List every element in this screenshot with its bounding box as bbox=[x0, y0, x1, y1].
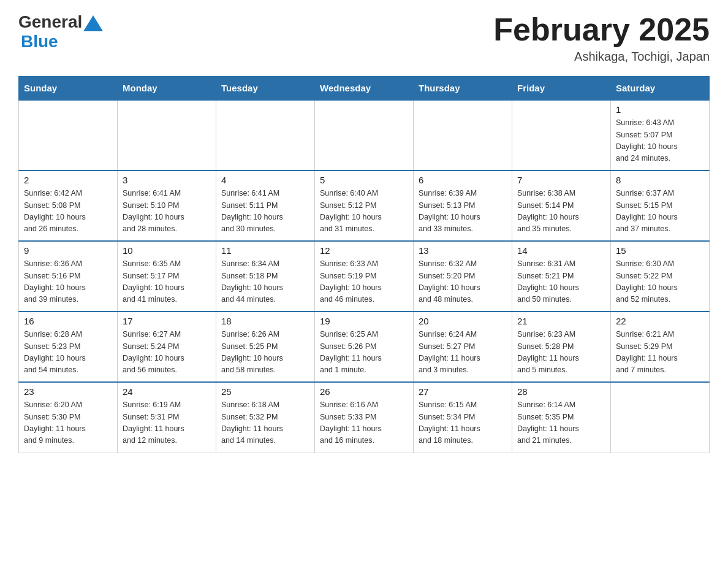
day-number: 15 bbox=[616, 245, 704, 256]
day-number: 17 bbox=[123, 316, 211, 326]
day-info: Sunrise: 6:14 AMSunset: 5:35 PMDaylight:… bbox=[517, 399, 605, 447]
calendar-cell bbox=[118, 100, 216, 170]
calendar-cell: 26Sunrise: 6:16 AMSunset: 5:33 PMDayligh… bbox=[315, 382, 414, 453]
calendar-week-row: 1Sunrise: 6:43 AMSunset: 5:07 PMDaylight… bbox=[19, 100, 710, 170]
calendar-cell: 24Sunrise: 6:19 AMSunset: 5:31 PMDayligh… bbox=[118, 382, 216, 453]
calendar-cell: 17Sunrise: 6:27 AMSunset: 5:24 PMDayligh… bbox=[118, 312, 216, 382]
weekday-header-monday: Monday bbox=[118, 77, 216, 101]
day-info: Sunrise: 6:15 AMSunset: 5:34 PMDaylight:… bbox=[419, 399, 507, 447]
day-info: Sunrise: 6:27 AMSunset: 5:24 PMDaylight:… bbox=[123, 329, 211, 377]
day-info: Sunrise: 6:24 AMSunset: 5:27 PMDaylight:… bbox=[419, 329, 507, 377]
day-number: 25 bbox=[221, 386, 309, 397]
day-info: Sunrise: 6:35 AMSunset: 5:17 PMDaylight:… bbox=[123, 258, 211, 306]
calendar-cell bbox=[414, 100, 512, 170]
weekday-header-thursday: Thursday bbox=[414, 77, 512, 101]
calendar-cell: 25Sunrise: 6:18 AMSunset: 5:32 PMDayligh… bbox=[216, 382, 315, 453]
day-info: Sunrise: 6:33 AMSunset: 5:19 PMDaylight:… bbox=[320, 258, 408, 306]
day-number: 6 bbox=[419, 175, 507, 185]
day-number: 18 bbox=[221, 316, 309, 326]
logo-blue-text: Blue bbox=[21, 32, 58, 52]
day-info: Sunrise: 6:23 AMSunset: 5:28 PMDaylight:… bbox=[517, 329, 605, 377]
calendar-cell: 22Sunrise: 6:21 AMSunset: 5:29 PMDayligh… bbox=[611, 312, 710, 382]
day-info: Sunrise: 6:34 AMSunset: 5:18 PMDaylight:… bbox=[221, 258, 309, 306]
day-info: Sunrise: 6:16 AMSunset: 5:33 PMDaylight:… bbox=[320, 399, 408, 447]
day-info: Sunrise: 6:28 AMSunset: 5:23 PMDaylight:… bbox=[24, 329, 112, 377]
day-info: Sunrise: 6:19 AMSunset: 5:31 PMDaylight:… bbox=[123, 399, 211, 447]
day-number: 21 bbox=[517, 316, 605, 326]
day-number: 24 bbox=[123, 386, 211, 397]
day-info: Sunrise: 6:26 AMSunset: 5:25 PMDaylight:… bbox=[221, 329, 309, 377]
day-number: 26 bbox=[320, 386, 408, 397]
day-info: Sunrise: 6:30 AMSunset: 5:22 PMDaylight:… bbox=[616, 258, 704, 306]
day-number: 2 bbox=[24, 175, 112, 185]
logo-general-text: General bbox=[18, 12, 82, 32]
calendar-cell: 13Sunrise: 6:32 AMSunset: 5:20 PMDayligh… bbox=[414, 241, 512, 312]
day-info: Sunrise: 6:18 AMSunset: 5:32 PMDaylight:… bbox=[221, 399, 309, 447]
weekday-header-sunday: Sunday bbox=[19, 77, 118, 101]
day-number: 19 bbox=[320, 316, 408, 326]
day-info: Sunrise: 6:41 AMSunset: 5:10 PMDaylight:… bbox=[123, 188, 211, 236]
month-year-title: February 2025 bbox=[493, 12, 710, 47]
day-number: 23 bbox=[24, 386, 112, 397]
calendar-cell: 19Sunrise: 6:25 AMSunset: 5:26 PMDayligh… bbox=[315, 312, 414, 382]
day-number: 3 bbox=[123, 175, 211, 185]
logo-triangle-icon bbox=[83, 15, 103, 31]
calendar-cell: 12Sunrise: 6:33 AMSunset: 5:19 PMDayligh… bbox=[315, 241, 414, 312]
calendar-cell: 5Sunrise: 6:40 AMSunset: 5:12 PMDaylight… bbox=[315, 170, 414, 241]
day-number: 20 bbox=[419, 316, 507, 326]
day-number: 11 bbox=[221, 245, 309, 256]
day-number: 13 bbox=[419, 245, 507, 256]
day-number: 28 bbox=[517, 386, 605, 397]
calendar-week-row: 2Sunrise: 6:42 AMSunset: 5:08 PMDaylight… bbox=[19, 170, 710, 241]
weekday-header-tuesday: Tuesday bbox=[216, 77, 315, 101]
calendar-body: 1Sunrise: 6:43 AMSunset: 5:07 PMDaylight… bbox=[19, 100, 710, 453]
day-number: 12 bbox=[320, 245, 408, 256]
day-info: Sunrise: 6:37 AMSunset: 5:15 PMDaylight:… bbox=[616, 188, 704, 236]
weekday-header-row: SundayMondayTuesdayWednesdayThursdayFrid… bbox=[19, 77, 710, 101]
calendar-cell: 14Sunrise: 6:31 AMSunset: 5:21 PMDayligh… bbox=[512, 241, 611, 312]
day-info: Sunrise: 6:38 AMSunset: 5:14 PMDaylight:… bbox=[517, 188, 605, 236]
weekday-header-friday: Friday bbox=[512, 77, 611, 101]
day-info: Sunrise: 6:25 AMSunset: 5:26 PMDaylight:… bbox=[320, 329, 408, 377]
calendar-table: SundayMondayTuesdayWednesdayThursdayFrid… bbox=[18, 76, 710, 453]
day-info: Sunrise: 6:21 AMSunset: 5:29 PMDaylight:… bbox=[616, 329, 704, 377]
day-info: Sunrise: 6:31 AMSunset: 5:21 PMDaylight:… bbox=[517, 258, 605, 306]
day-number: 7 bbox=[517, 175, 605, 185]
calendar-week-row: 23Sunrise: 6:20 AMSunset: 5:30 PMDayligh… bbox=[19, 382, 710, 453]
day-number: 4 bbox=[221, 175, 309, 185]
logo: General Blue bbox=[18, 12, 104, 52]
day-number: 10 bbox=[123, 245, 211, 256]
day-info: Sunrise: 6:32 AMSunset: 5:20 PMDaylight:… bbox=[419, 258, 507, 306]
calendar-cell bbox=[216, 100, 315, 170]
calendar-cell: 20Sunrise: 6:24 AMSunset: 5:27 PMDayligh… bbox=[414, 312, 512, 382]
calendar-cell: 1Sunrise: 6:43 AMSunset: 5:07 PMDaylight… bbox=[611, 100, 710, 170]
day-number: 5 bbox=[320, 175, 408, 185]
calendar-cell: 11Sunrise: 6:34 AMSunset: 5:18 PMDayligh… bbox=[216, 241, 315, 312]
calendar-cell: 23Sunrise: 6:20 AMSunset: 5:30 PMDayligh… bbox=[19, 382, 118, 453]
calendar-cell bbox=[611, 382, 710, 453]
calendar-cell: 2Sunrise: 6:42 AMSunset: 5:08 PMDaylight… bbox=[19, 170, 118, 241]
page-header: General Blue February 2025 Ashikaga, Toc… bbox=[18, 12, 710, 64]
day-number: 16 bbox=[24, 316, 112, 326]
calendar-header: SundayMondayTuesdayWednesdayThursdayFrid… bbox=[19, 77, 710, 101]
day-number: 1 bbox=[616, 104, 704, 115]
weekday-header-wednesday: Wednesday bbox=[315, 77, 414, 101]
day-info: Sunrise: 6:43 AMSunset: 5:07 PMDaylight:… bbox=[616, 117, 704, 165]
day-info: Sunrise: 6:36 AMSunset: 5:16 PMDaylight:… bbox=[24, 258, 112, 306]
calendar-cell: 4Sunrise: 6:41 AMSunset: 5:11 PMDaylight… bbox=[216, 170, 315, 241]
calendar-week-row: 9Sunrise: 6:36 AMSunset: 5:16 PMDaylight… bbox=[19, 241, 710, 312]
calendar-cell: 27Sunrise: 6:15 AMSunset: 5:34 PMDayligh… bbox=[414, 382, 512, 453]
calendar-cell bbox=[19, 100, 118, 170]
calendar-week-row: 16Sunrise: 6:28 AMSunset: 5:23 PMDayligh… bbox=[19, 312, 710, 382]
day-number: 14 bbox=[517, 245, 605, 256]
calendar-cell bbox=[315, 100, 414, 170]
weekday-header-saturday: Saturday bbox=[611, 77, 710, 101]
day-number: 8 bbox=[616, 175, 704, 185]
day-info: Sunrise: 6:41 AMSunset: 5:11 PMDaylight:… bbox=[221, 188, 309, 236]
day-info: Sunrise: 6:20 AMSunset: 5:30 PMDaylight:… bbox=[24, 399, 112, 447]
location-subtitle: Ashikaga, Tochigi, Japan bbox=[493, 50, 710, 64]
day-number: 9 bbox=[24, 245, 112, 256]
logo-general-row: General bbox=[18, 12, 104, 32]
calendar-cell: 15Sunrise: 6:30 AMSunset: 5:22 PMDayligh… bbox=[611, 241, 710, 312]
calendar-cell: 28Sunrise: 6:14 AMSunset: 5:35 PMDayligh… bbox=[512, 382, 611, 453]
